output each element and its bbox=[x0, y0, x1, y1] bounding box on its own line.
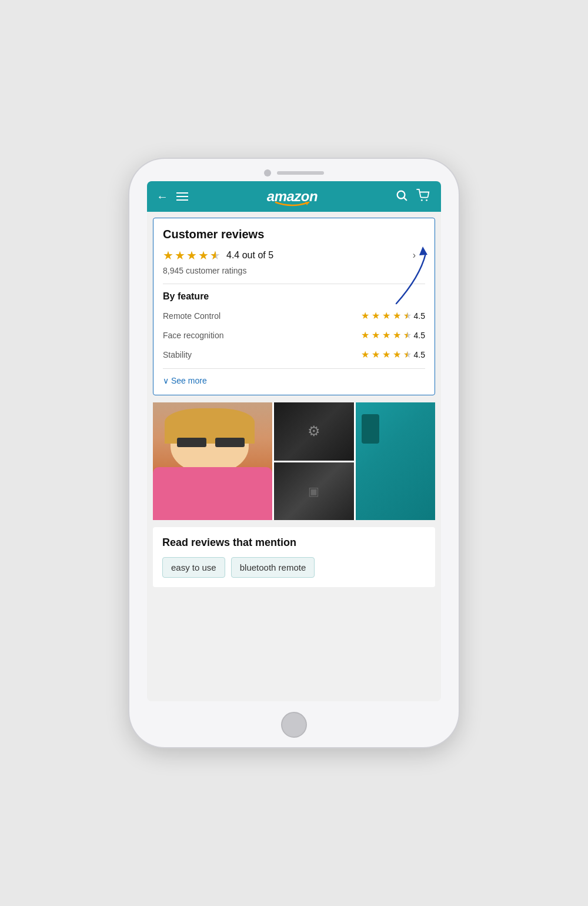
tag-bluetooth-remote[interactable]: bluetooth remote bbox=[231, 557, 315, 578]
camera-dot bbox=[264, 169, 271, 176]
feature-row-remote[interactable]: Remote Control ★ ★ ★ ★ ★ ★ 4.5 bbox=[163, 310, 425, 321]
phone-bottom bbox=[129, 707, 459, 747]
f-star-2: ★ bbox=[372, 310, 380, 321]
section-divider bbox=[163, 284, 425, 284]
f3-star-1: ★ bbox=[361, 349, 369, 360]
reviews-card: Product reviews Customer reviews ★ ★ ★ ★… bbox=[153, 218, 435, 395]
feature-name-face: Face recognition bbox=[163, 331, 361, 340]
f2-star-half: ★ ★ bbox=[403, 329, 412, 341]
svg-point-3 bbox=[421, 199, 423, 201]
back-button[interactable]: ← bbox=[156, 190, 168, 204]
star-3: ★ bbox=[186, 248, 197, 262]
star-half: ★ ★ bbox=[210, 248, 220, 262]
chevron-down-icon: ∨ bbox=[163, 376, 169, 385]
f2-star-1: ★ bbox=[361, 329, 369, 341]
photo-side bbox=[274, 402, 353, 520]
phone-top-bar bbox=[129, 159, 459, 181]
home-button[interactable] bbox=[281, 712, 307, 738]
feature-stars-remote: ★ ★ ★ ★ ★ ★ 4.5 bbox=[361, 310, 425, 321]
overall-rating-text: 4.4 out of 5 bbox=[226, 250, 273, 261]
f2-star-3: ★ bbox=[382, 329, 390, 341]
tag-easy-to-use[interactable]: easy to use bbox=[162, 557, 225, 578]
read-reviews-title: Read reviews that mention bbox=[162, 537, 426, 549]
star-2: ★ bbox=[175, 248, 185, 262]
amazon-logo: amazon bbox=[198, 188, 387, 205]
read-reviews-section: Read reviews that mention easy to use bl… bbox=[153, 527, 435, 587]
f-star-4: ★ bbox=[393, 310, 401, 321]
f-star-3: ★ bbox=[382, 310, 390, 321]
f3-star-4: ★ bbox=[393, 349, 401, 360]
f3-star-half: ★ ★ bbox=[403, 349, 412, 360]
speaker-slot bbox=[277, 171, 324, 175]
feature-name-remote: Remote Control bbox=[163, 311, 361, 321]
feature-rating-remote: 4.5 bbox=[414, 311, 425, 321]
star-4: ★ bbox=[198, 248, 209, 262]
reviews-title: Customer reviews bbox=[163, 228, 425, 241]
star-1: ★ bbox=[163, 248, 173, 262]
amazon-navbar: ← amazon bbox=[147, 181, 441, 212]
svg-line-2 bbox=[404, 198, 406, 200]
f2-star-4: ★ bbox=[393, 329, 401, 341]
feature-stars-face: ★ ★ ★ ★ ★ ★ 4.5 bbox=[361, 329, 425, 341]
phone-frame: ← amazon bbox=[129, 159, 459, 747]
f2-star-2: ★ bbox=[372, 329, 380, 341]
phone-screen: ← amazon bbox=[147, 181, 441, 701]
hamburger-menu-icon[interactable] bbox=[176, 192, 188, 201]
overall-stars: ★ ★ ★ ★ ★ ★ bbox=[163, 248, 220, 262]
mention-tags: easy to use bluetooth remote bbox=[162, 557, 426, 578]
f-star-1: ★ bbox=[361, 310, 369, 321]
photo-right[interactable] bbox=[356, 402, 435, 520]
f3-star-3: ★ bbox=[382, 349, 390, 360]
feature-row-face[interactable]: Face recognition ★ ★ ★ ★ ★ ★ 4.5 bbox=[163, 329, 425, 341]
feature-name-stability: Stability bbox=[163, 350, 361, 359]
cart-icon[interactable] bbox=[416, 189, 432, 205]
photo-side-bottom[interactable] bbox=[274, 462, 353, 521]
feature-rating-stability: 4.5 bbox=[414, 350, 425, 359]
annotation-wrapper: Product reviews bbox=[423, 254, 441, 276]
feature-stars-stability: ★ ★ ★ ★ ★ ★ 4.5 bbox=[361, 349, 425, 360]
bottom-divider bbox=[163, 368, 425, 369]
photo-side-top[interactable] bbox=[274, 402, 353, 461]
svg-point-4 bbox=[426, 199, 427, 201]
feature-row-stability[interactable]: Stability ★ ★ ★ ★ ★ ★ 4.5 bbox=[163, 349, 425, 360]
overall-rating-row: ★ ★ ★ ★ ★ ★ 4.4 out of 5 › bbox=[163, 248, 425, 262]
annotation-text: Product reviews bbox=[423, 254, 441, 276]
chevron-right-icon[interactable]: › bbox=[413, 250, 416, 261]
by-feature-title: By feature bbox=[163, 291, 425, 302]
f3-star-2: ★ bbox=[372, 349, 380, 360]
rating-row-wrapper: ★ ★ ★ ★ ★ ★ 4.4 out of 5 › bbox=[163, 248, 425, 262]
see-more-link[interactable]: ∨ See more bbox=[163, 376, 425, 385]
feature-rating-face: 4.5 bbox=[414, 331, 425, 340]
search-icon[interactable] bbox=[395, 189, 408, 205]
main-content: Product reviews Customer reviews ★ ★ ★ ★… bbox=[147, 212, 441, 701]
photo-main[interactable] bbox=[153, 402, 272, 520]
photo-grid[interactable] bbox=[153, 402, 435, 520]
f-star-half: ★ ★ bbox=[403, 310, 412, 321]
ratings-count: 8,945 customer ratings bbox=[163, 266, 425, 275]
